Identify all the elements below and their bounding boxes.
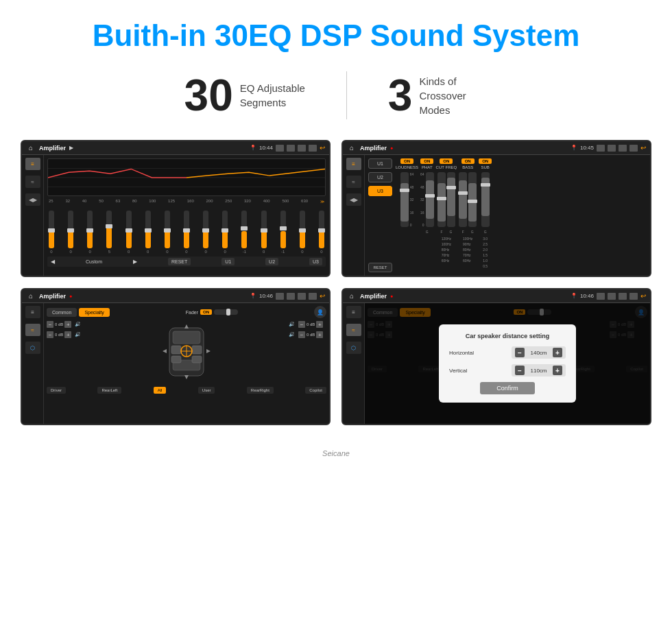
volume-icon-3 (287, 293, 295, 300)
modal-vertical-minus[interactable]: − (515, 366, 525, 375)
ch-slider-phat[interactable] (426, 172, 434, 227)
sidebar-bt-icon-3[interactable]: ⬡ (25, 342, 40, 354)
preset-u3[interactable]: U3 (368, 186, 392, 196)
ch-slider-sub[interactable] (481, 172, 490, 227)
volume-icon-4 (608, 293, 616, 300)
bl-plus[interactable]: + (64, 331, 71, 338)
topbar-right-eq: 📍 10:44 ↩ (250, 144, 325, 152)
eq-prev-btn[interactable]: ◀ (51, 259, 55, 265)
tl-plus[interactable]: + (64, 321, 71, 328)
ch-slider-cutfreq-1[interactable] (437, 172, 446, 227)
ch-on-loudness[interactable]: ON (400, 158, 413, 164)
eq-slider-5[interactable]: 0 (145, 211, 151, 254)
pos-driver[interactable]: Driver (47, 387, 66, 394)
tab-specialty[interactable]: Specialty (79, 308, 109, 317)
preset-u2[interactable]: U2 (368, 172, 392, 182)
eq-slider-13[interactable]: 0 (300, 211, 305, 254)
ch-on-sub[interactable]: ON (479, 158, 492, 164)
volume-icon (287, 145, 295, 152)
home-icon[interactable]: ⌂ (26, 143, 36, 153)
sidebar-wave-icon-4[interactable]: ≈ (346, 324, 361, 336)
modal-vertical-plus[interactable]: + (553, 366, 562, 375)
pos-copilot[interactable]: Copilot (305, 387, 326, 394)
tr-minus[interactable]: − (298, 321, 305, 328)
eq-slider-3[interactable]: 5 (106, 211, 112, 254)
modal-horizontal-minus[interactable]: − (515, 348, 525, 357)
eq-slider-10[interactable]: -1 (241, 211, 247, 254)
sidebar-eq-icon-3[interactable]: ≡ (25, 306, 40, 318)
ch-slider-loudness[interactable] (400, 172, 409, 227)
left-controls: − 0 dB + 🔊 − 0 dB + 🔊 (47, 321, 84, 338)
home-icon-2[interactable]: ⌂ (347, 143, 357, 153)
sidebar-eq-icon-4[interactable]: ≡ (346, 306, 361, 318)
eq-slider-12[interactable]: -1 (280, 211, 286, 254)
tl-minus[interactable]: − (47, 321, 53, 328)
eq-slider-4[interactable]: 0 (126, 211, 132, 254)
bl-minus[interactable]: − (47, 331, 53, 338)
home-icon-4[interactable]: ⌂ (347, 291, 357, 301)
sidebar-vol-icon[interactable]: ◀▶ (25, 193, 40, 206)
back-icon[interactable]: ↩ (320, 144, 325, 152)
svg-rect-7 (192, 346, 202, 354)
eq-slider-14[interactable]: 0 (319, 211, 324, 254)
screen-specialty: ⌂ Amplifier ● 📍 10:46 ↩ ≡ ≈ ⬡ (21, 288, 331, 425)
stat-eq-label: EQ AdjustableSegments (240, 81, 305, 110)
confirm-button[interactable]: Confirm (480, 382, 535, 394)
pos-rearleft[interactable]: RearLeft (97, 387, 121, 394)
eq-u3-btn[interactable]: U3 (309, 258, 322, 265)
ch-on-bass[interactable]: ON (461, 158, 475, 164)
topbar-left-eq: ⌂ Amplifier ▶ (26, 143, 73, 153)
topbar-distance: ⌂ Amplifier ● 📍 10:46 ↩ (343, 289, 650, 303)
sidebar-vol-icon-2[interactable]: ◀▶ (346, 193, 361, 206)
eq-slider-9[interactable]: 0 (222, 211, 228, 254)
sidebar-wave-icon-3[interactable]: ≈ (25, 324, 40, 336)
eq-slider-8[interactable]: 0 (203, 211, 208, 254)
eq-u1-btn[interactable]: U1 (221, 258, 235, 265)
sidebar-eq-icon[interactable]: ≡ (25, 158, 40, 170)
eq-reset-btn[interactable]: RESET (168, 258, 191, 265)
sidebar-wave-icon[interactable]: ≈ (25, 176, 40, 188)
tr-plus[interactable]: + (316, 321, 323, 328)
sidebar-bt-icon-4[interactable]: ⬡ (346, 342, 361, 354)
topbar-title-eq: Amplifier (39, 145, 66, 152)
home-icon-3[interactable]: ⌂ (26, 291, 36, 301)
modal-horizontal-value: 140cm (527, 350, 551, 356)
ch-slider-bass-2[interactable] (468, 172, 477, 227)
reset-btn-crossover[interactable]: RESET (368, 263, 392, 272)
modal-horizontal-plus[interactable]: + (553, 348, 562, 357)
top-right-control: 🔊 − 0 dB + (289, 321, 326, 328)
stat-eq-number: 30 (184, 73, 233, 117)
back-icon-4[interactable]: ↩ (640, 292, 646, 300)
back-icon-3[interactable]: ↩ (320, 292, 325, 300)
eq-slider-2[interactable]: 0 (87, 211, 93, 254)
sidebar-eq-icon-2[interactable]: ≡ (346, 158, 361, 170)
topbar-eq: ⌂ Amplifier ▶ 📍 10:44 ↩ (22, 141, 329, 155)
eq-slider-6[interactable]: 0 (165, 211, 170, 254)
preset-u1[interactable]: U1 (368, 158, 392, 169)
crossover-presets: U1 U2 U3 RESET (368, 158, 392, 272)
br-plus[interactable]: + (316, 331, 323, 338)
ch-slider-cutfreq-2[interactable] (447, 172, 455, 227)
eq-slider-11[interactable]: 0 (261, 211, 267, 254)
back-icon-2[interactable]: ↩ (640, 144, 646, 152)
pos-user[interactable]: User (198, 387, 215, 394)
tab-common[interactable]: Common (47, 308, 77, 317)
eq-slider-1[interactable]: 0 (68, 211, 73, 254)
topbar-title-distance: Amplifier (360, 293, 387, 300)
pos-rearright[interactable]: RearRight (247, 387, 274, 394)
ch-on-cutfreq[interactable]: ON (440, 158, 453, 164)
channel-bass: ON BASS (459, 158, 477, 272)
eq-slider-0[interactable]: 0 (49, 211, 54, 254)
eq-next-btn[interactable]: ▶ (133, 259, 137, 265)
eq-u2-btn[interactable]: U2 (265, 258, 278, 265)
ch-on-phat[interactable]: ON (420, 158, 433, 164)
br-minus[interactable]: − (298, 331, 305, 338)
fader-slider[interactable] (214, 309, 238, 315)
window-icon-3 (309, 293, 317, 300)
specialty-layout: − 0 dB + 🔊 − 0 dB + 🔊 (47, 321, 326, 383)
sidebar-wave-icon-2[interactable]: ≈ (346, 176, 361, 188)
location-icon-3: 📍 (250, 293, 256, 299)
eq-slider-7[interactable]: 0 (184, 211, 189, 254)
pos-all[interactable]: All (154, 387, 167, 394)
ch-slider-bass-1[interactable] (459, 172, 467, 227)
